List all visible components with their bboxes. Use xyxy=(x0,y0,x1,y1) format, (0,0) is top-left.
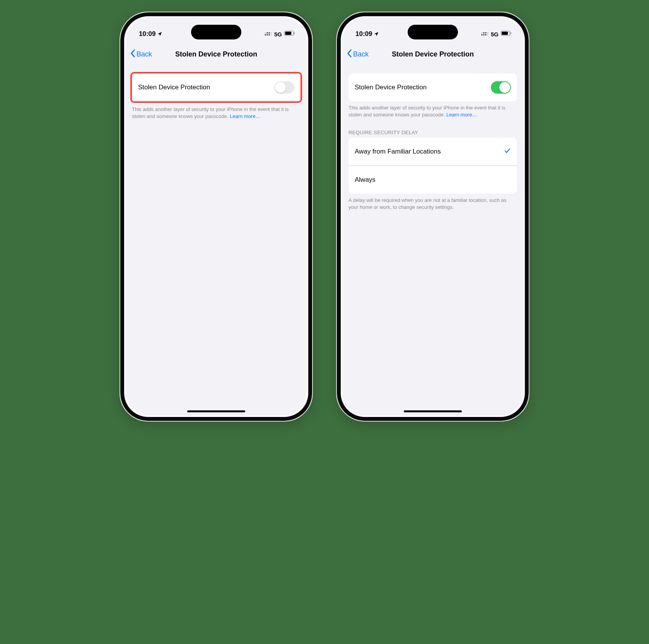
network-type: 5G xyxy=(274,31,282,38)
svg-rect-10 xyxy=(294,32,295,34)
svg-point-1 xyxy=(266,34,268,35)
silence-switch xyxy=(120,70,120,84)
svg-point-11 xyxy=(481,34,482,35)
footer-body: This adds another layer of security to y… xyxy=(348,105,505,118)
signal-icon xyxy=(481,31,488,38)
stolen-device-protection-toggle[interactable] xyxy=(274,81,294,94)
delay-option-always[interactable]: Always xyxy=(348,166,517,194)
nav-bar: Back Stolen Device Protection xyxy=(342,45,523,63)
toggle-label: Stolen Device Protection xyxy=(355,84,491,91)
svg-point-13 xyxy=(481,32,482,33)
network-type: 5G xyxy=(491,31,499,38)
home-indicator[interactable] xyxy=(187,410,245,412)
highlight-box: Stolen Device Protection xyxy=(130,72,302,103)
toggle-group: Stolen Device Protection xyxy=(348,73,517,101)
status-time: 10:09 xyxy=(355,30,372,38)
svg-rect-21 xyxy=(511,32,511,34)
svg-point-14 xyxy=(483,32,484,33)
svg-point-0 xyxy=(265,34,266,35)
nav-bar: Back Stolen Device Protection xyxy=(126,45,307,63)
security-delay-group: Away from Familiar Locations Always xyxy=(348,138,517,194)
silence-switch xyxy=(336,70,337,84)
back-button[interactable]: Back xyxy=(130,49,152,60)
svg-point-12 xyxy=(483,34,484,35)
checkmark-icon xyxy=(504,147,511,156)
svg-point-6 xyxy=(270,34,272,35)
security-delay-footer: A delay will be required when you are no… xyxy=(348,197,517,210)
delay-option-away[interactable]: Away from Familiar Locations xyxy=(348,138,517,166)
toggle-label: Stolen Device Protection xyxy=(138,84,274,91)
stolen-device-protection-row[interactable]: Stolen Device Protection xyxy=(132,73,301,101)
stolen-device-protection-row[interactable]: Stolen Device Protection xyxy=(348,73,517,101)
dynamic-island xyxy=(191,25,241,39)
nav-title: Stolen Device Protection xyxy=(126,50,307,58)
svg-point-4 xyxy=(268,34,270,35)
location-arrow-icon xyxy=(374,31,379,37)
toggle-footer: This adds another layer of security to y… xyxy=(348,104,517,118)
svg-point-15 xyxy=(485,34,486,35)
learn-more-link[interactable]: Learn more… xyxy=(446,112,477,118)
svg-point-18 xyxy=(487,32,488,33)
iphone-device-right: 10:09 xyxy=(336,12,529,422)
back-button[interactable]: Back xyxy=(347,49,369,60)
svg-rect-9 xyxy=(285,32,291,35)
battery-icon xyxy=(284,31,295,38)
svg-point-7 xyxy=(270,32,272,33)
back-label: Back xyxy=(353,50,369,58)
svg-point-2 xyxy=(265,32,266,33)
stolen-device-protection-toggle[interactable] xyxy=(491,81,511,94)
power-button xyxy=(529,99,529,136)
location-arrow-icon xyxy=(157,31,162,37)
nav-title: Stolen Device Protection xyxy=(342,50,523,58)
security-delay-header: REQUIRE SECURITY DELAY xyxy=(348,130,517,135)
volume-down-button xyxy=(120,123,120,146)
home-indicator[interactable] xyxy=(404,410,462,412)
iphone-device-left: 10:09 xyxy=(120,12,313,422)
content-area: Stolen Device Protection This adds anoth… xyxy=(126,63,307,415)
power-button xyxy=(312,99,313,136)
delay-option-label: Always xyxy=(355,176,511,184)
chevron-left-icon xyxy=(130,49,136,60)
delay-option-label: Away from Familiar Locations xyxy=(355,148,504,155)
volume-up-button xyxy=(336,94,337,117)
toggle-footer: This adds another layer of security to y… xyxy=(132,106,301,120)
volume-down-button xyxy=(336,123,337,146)
volume-up-button xyxy=(120,94,120,117)
svg-point-17 xyxy=(487,34,488,35)
signal-icon xyxy=(264,31,272,38)
dynamic-island xyxy=(408,25,458,39)
status-time: 10:09 xyxy=(139,30,155,38)
learn-more-link[interactable]: Learn more… xyxy=(230,113,260,119)
svg-point-3 xyxy=(266,32,268,33)
battery-icon xyxy=(501,31,512,38)
svg-rect-20 xyxy=(502,32,508,35)
content-area: Stolen Device Protection This adds anoth… xyxy=(342,63,523,415)
back-label: Back xyxy=(137,50,152,58)
chevron-left-icon xyxy=(347,49,352,60)
svg-point-5 xyxy=(268,32,270,33)
footer-body: This adds another layer of security to y… xyxy=(132,106,289,119)
svg-point-16 xyxy=(485,32,486,33)
